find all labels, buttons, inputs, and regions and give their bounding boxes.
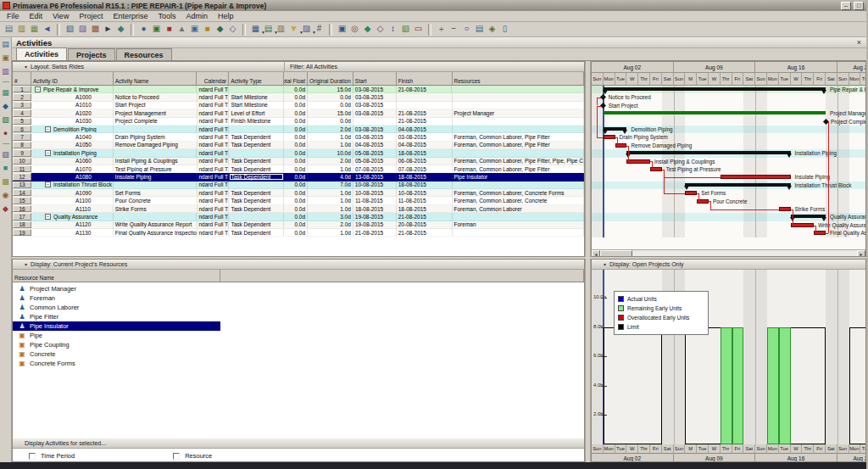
- table-row[interactable]: 7A1040Drain Piping Systemndard Full Time…: [13, 133, 584, 141]
- row-number[interactable]: 12: [13, 173, 31, 180]
- cell-start[interactable]: 07-08-2015: [353, 165, 397, 172]
- cell-activity-name[interactable]: Insulate Piping: [114, 173, 198, 180]
- table-row[interactable]: 6−Demolition Pipingndard Full Time0.0d2.…: [13, 126, 584, 133]
- task-bar[interactable]: [685, 191, 697, 195]
- layout-icon[interactable]: ▧: [64, 23, 76, 36]
- expand-collapse-icon[interactable]: −: [35, 87, 41, 92]
- cell-activity-type[interactable]: [229, 149, 284, 156]
- filter-option[interactable]: Filter: All Activities: [285, 64, 337, 70]
- cell-total-float[interactable]: 0.0d: [284, 93, 308, 100]
- resource-row[interactable]: ▣Pipe: [13, 331, 584, 340]
- assignments-window-icon[interactable]: ●: [1, 128, 11, 138]
- cell-activity-name[interactable]: Write Quality Assurance Report: [114, 221, 198, 228]
- scroll-right-icon[interactable]: ►: [857, 250, 865, 257]
- cell-resources[interactable]: [453, 149, 585, 156]
- cell-start[interactable]: 04-08-2015: [353, 142, 397, 148]
- codes-icon[interactable]: ◇: [226, 23, 239, 36]
- cell-activity-id[interactable]: A1100: [31, 197, 114, 204]
- paste-icon[interactable]: ■: [201, 23, 214, 36]
- cell-resources[interactable]: Pipe Insulator: [453, 173, 584, 180]
- cell-start[interactable]: 13-08-2015: [353, 173, 397, 180]
- update-progress-icon[interactable]: ▭: [412, 23, 425, 36]
- table-row[interactable]: 3A1010Start Projectndard Full TimeStart …: [13, 102, 584, 109]
- column-header-activity-name[interactable]: Activity Name: [114, 72, 198, 85]
- find-icon[interactable]: ●: [137, 23, 150, 36]
- resource-row[interactable]: ▣Concrete Forms: [13, 359, 584, 368]
- link-mode-icon[interactable]: ◆: [114, 23, 127, 36]
- cell-resources[interactable]: [453, 93, 584, 100]
- table-row[interactable]: 14A1090Set Formsndard Full TimeTask Depe…: [13, 189, 584, 197]
- cell-calendar[interactable]: ndard Full Time: [198, 93, 230, 100]
- remaining-units-bar[interactable]: [767, 327, 779, 444]
- cell-total-float[interactable]: 0.0d: [284, 205, 308, 212]
- menu-item-view[interactable]: View: [47, 11, 74, 21]
- cell-finish[interactable]: 11-08-2015: [397, 197, 453, 204]
- schedule-icon[interactable]: ▣: [336, 23, 348, 36]
- cell-calendar[interactable]: ndard Full Time: [198, 205, 230, 212]
- cell-original-duration[interactable]: 1.0d: [308, 133, 353, 140]
- cell-activity-type[interactable]: Task Dependent: [229, 229, 284, 236]
- cell-total-float[interactable]: 0.0d: [284, 118, 308, 125]
- cell-activity-id[interactable]: A1030: [31, 118, 114, 125]
- select-mode-icon[interactable]: ►: [102, 23, 114, 36]
- cut-icon[interactable]: ▲: [175, 23, 188, 36]
- menu-item-file[interactable]: File: [2, 11, 25, 21]
- cell-original-duration[interactable]: 4.0d: [308, 173, 353, 180]
- cell-resources[interactable]: Project Manager: [453, 109, 584, 116]
- cell-calendar[interactable]: ndard Full Time: [198, 133, 230, 140]
- row-number[interactable]: 8: [13, 142, 31, 148]
- table-row[interactable]: 1−Pipe Repair & Improvendard Full Time0.…: [13, 86, 584, 93]
- cell-total-float[interactable]: 0.0d: [284, 149, 308, 156]
- cell-total-float[interactable]: 0.0d: [284, 173, 308, 180]
- row-number[interactable]: 15: [13, 197, 31, 204]
- cell-finish[interactable]: 03-08-2015: [397, 133, 453, 140]
- cell-activity-id[interactable]: A1050: [31, 142, 114, 148]
- task-bar[interactable]: [626, 159, 650, 164]
- resources-dict-icon[interactable]: ◆: [214, 23, 226, 36]
- cell-resources[interactable]: [453, 181, 585, 188]
- expenses-window-icon[interactable]: ■: [1, 163, 11, 173]
- cell-activity-name[interactable]: Set Forms: [114, 189, 198, 196]
- cell-calendar[interactable]: ndard Full Time: [198, 173, 230, 180]
- cell-original-duration[interactable]: 1.0d: [308, 205, 353, 212]
- cell-start[interactable]: 03-08-2015: [353, 109, 397, 116]
- table-row[interactable]: 18A1120Write Quality Assurance Reportnda…: [13, 221, 584, 229]
- table-row[interactable]: 4A1020Project Managementndard Full TimeL…: [13, 109, 584, 117]
- cell-activity-type[interactable]: Task Dependent: [229, 165, 284, 172]
- cell-activity-name[interactable]: Drain Piping System: [114, 133, 198, 140]
- cell-activity-id[interactable]: A1040: [31, 133, 114, 140]
- row-number[interactable]: 3: [13, 102, 31, 109]
- column-header-activity-id[interactable]: Activity ID: [31, 72, 114, 85]
- cell-activity-id[interactable]: A1000: [31, 93, 114, 100]
- cell-resources[interactable]: Foreman, Common Laborer, Pipe Fitter: [453, 133, 584, 140]
- column-header-start[interactable]: Start: [353, 72, 397, 85]
- cell-finish[interactable]: 21-08-2015: [397, 109, 453, 116]
- cell-activity-type[interactable]: Task Dependent: [229, 189, 284, 196]
- table-row[interactable]: 9−Installation Pipingndard Full Time0.0d…: [13, 149, 584, 157]
- cell-activity-id[interactable]: −Installation Thrust Block: [31, 181, 114, 188]
- cell-total-float[interactable]: 0.0d: [284, 158, 308, 165]
- cell-original-duration[interactable]: 3.0d: [308, 213, 353, 220]
- row-number[interactable]: 6: [13, 126, 31, 132]
- scroll-left-icon[interactable]: ◄: [592, 250, 600, 257]
- summary-bar[interactable]: [685, 183, 790, 187]
- cell-activity-id[interactable]: A1020: [31, 109, 114, 116]
- column-header-calendar[interactable]: Calendar: [197, 72, 229, 85]
- cell-start[interactable]: [353, 118, 397, 125]
- cell-resources[interactable]: [453, 102, 584, 109]
- row-number[interactable]: 4: [13, 109, 31, 116]
- cell-activity-type[interactable]: Task Dependent: [229, 142, 284, 148]
- cell-original-duration[interactable]: 2.0d: [308, 126, 353, 132]
- cell-activity-type[interactable]: Task Dependent: [229, 221, 284, 228]
- scrollbar-thumb[interactable]: [600, 250, 632, 257]
- column-header-original-duration[interactable]: Original Duration: [308, 72, 353, 85]
- cell-start[interactable]: 05-08-2015: [353, 149, 397, 156]
- cell-original-duration[interactable]: 10.0d: [308, 149, 353, 156]
- remaining-units-bar[interactable]: [779, 327, 791, 444]
- activities-window-icon[interactable]: ▧: [1, 114, 11, 125]
- row-number[interactable]: 14: [13, 189, 31, 196]
- title-bar[interactable]: Primavera P6 Professional R15.1 : PIPE R…: [0, 0, 866, 11]
- close-icon[interactable]: ×: [852, 38, 866, 47]
- cell-start[interactable]: 19-08-2015: [353, 213, 397, 220]
- menu-item-help[interactable]: Help: [213, 11, 239, 21]
